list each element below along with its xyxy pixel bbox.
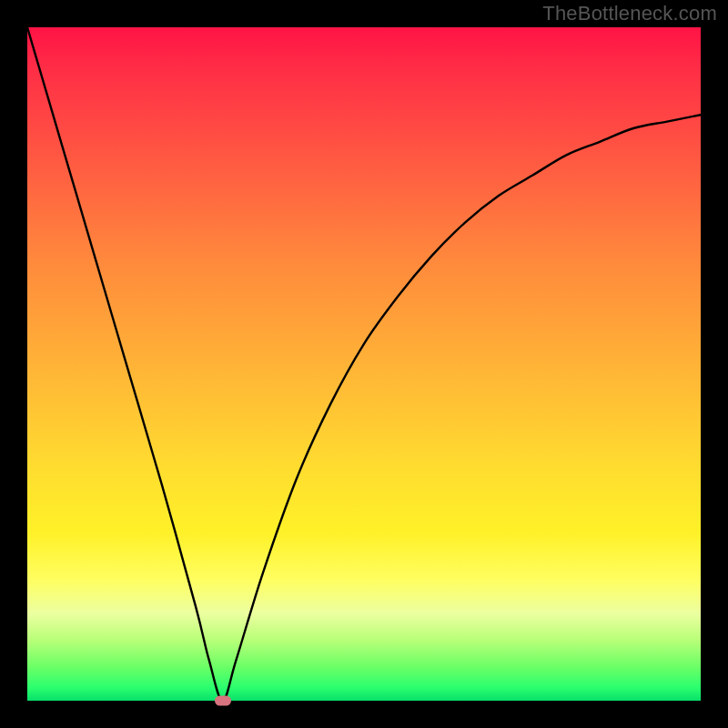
plot-area <box>27 27 701 701</box>
curve-svg <box>27 27 701 701</box>
bottleneck-curve <box>27 27 701 701</box>
attribution-label: TheBottleneck.com <box>542 2 717 25</box>
chart-container: TheBottleneck.com <box>0 0 728 728</box>
optimum-marker <box>215 696 231 706</box>
